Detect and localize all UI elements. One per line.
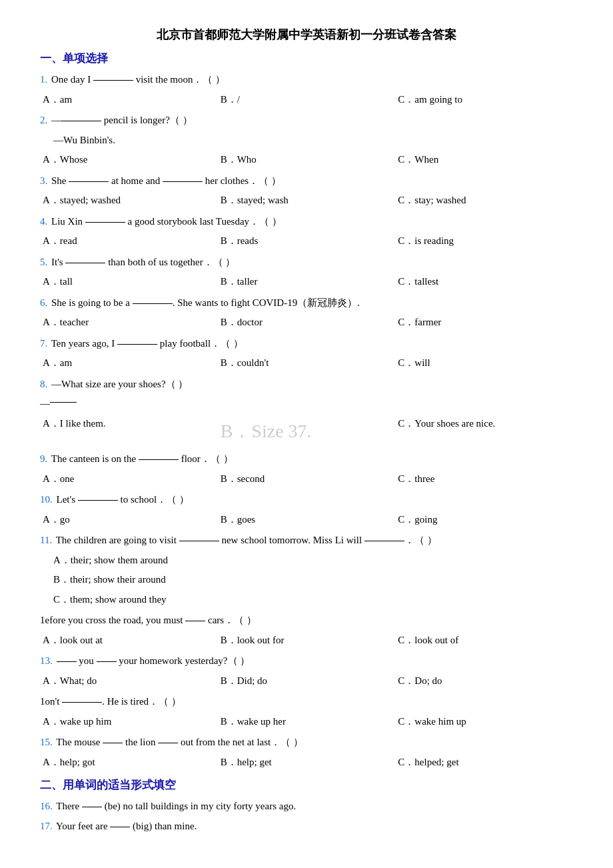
question-17: 17. Your feet are (big) than mine. — [40, 818, 573, 835]
question-15: 15. The mouse the lion out from the net … — [40, 734, 573, 751]
option-11a: A．their; show them around — [53, 552, 573, 569]
question-8: 8. —What size are your shoes?（ ） — [40, 376, 573, 393]
page-title: 北京市首都师范大学附属中学英语新初一分班试卷含答案 — [40, 27, 573, 43]
question-1: 1. One day I visit the moon．（ ） — [40, 71, 573, 89]
question-16: 16. There (be) no tall buildings in my c… — [40, 798, 573, 815]
question-10: 10. Let's to school．（ ） — [40, 491, 573, 509]
options-14: A．wake up him B．wake up her C．wake him u… — [40, 713, 573, 731]
question-4: 4. Liu Xin a good storybook last Tuesday… — [40, 213, 573, 231]
question-14: 1on't . He is tired．（ ） — [40, 693, 573, 711]
question-5: 5. It's than both of us together．（ ） — [40, 254, 573, 271]
question-3: 3. She at home and her clothes．（ ） — [40, 173, 573, 190]
options-2: A．Whose B．Who C．When — [40, 151, 573, 169]
options-4: A．read B．reads C．is reading — [40, 233, 573, 250]
options-13: A．What; do B．Did; do C．Do; do — [40, 673, 573, 690]
options-12: A．look out at B．look out for C．look out … — [40, 632, 573, 649]
question-7: 7. Ten years ago, I play football．（ ） — [40, 335, 573, 353]
question-8-sub: — — [40, 395, 573, 413]
section2-header: 二、用单词的适当形式填空 — [40, 777, 573, 793]
question-11: 11. The children are going to visit new … — [40, 532, 573, 549]
options-1: A．am B．/ C．am going to — [40, 91, 573, 109]
options-8: A．I like them. B．Size 37. C．Your shoes a… — [40, 415, 573, 447]
question-12: 1efore you cross the road, you must cars… — [40, 612, 573, 629]
question-13: 13. you your homework yesterday?（ ） — [40, 653, 573, 670]
question-2-sub: —Wu Binbin's. — [53, 132, 573, 149]
question-6: 6. She is going to be a . She wants to f… — [40, 295, 573, 312]
option-11b: B．their; show their around — [53, 571, 573, 589]
options-5: A．tall B．taller C．tallest — [40, 273, 573, 291]
options-15: A．help; got B．help; get C．helped; get — [40, 754, 573, 771]
options-9: A．one B．second C．three — [40, 471, 573, 488]
question-9: 9. The canteen is on the floor．（ ） — [40, 451, 573, 468]
options-10: A．go B．goes C．going — [40, 511, 573, 529]
question-2: 2. — pencil is longer?（ ） — [40, 112, 573, 129]
section1-header: 一、单项选择 — [40, 51, 573, 66]
options-6: A．teacher B．doctor C．farmer — [40, 314, 573, 331]
options-3: A．stayed; washed B．stayed; wash C．stay; … — [40, 192, 573, 209]
options-7: A．am B．couldn't C．will — [40, 355, 573, 372]
option-11c: C．them; show around they — [53, 591, 573, 609]
